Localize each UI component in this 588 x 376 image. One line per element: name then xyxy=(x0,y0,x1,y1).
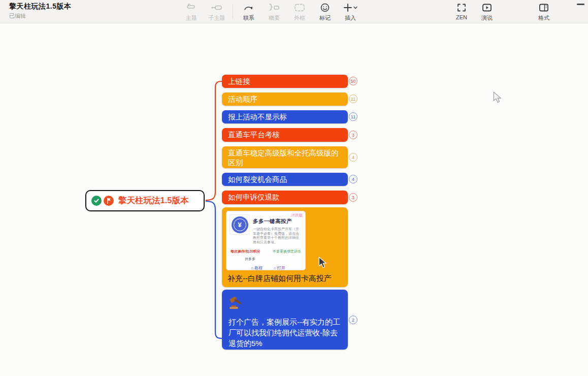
version-tag: 计次版 xyxy=(291,213,303,218)
tool-topic-label: 主题 xyxy=(186,14,197,22)
topic-label: 如何裂变机会商品 xyxy=(228,175,287,184)
badge-count: 4 xyxy=(352,177,354,182)
badge-count: 3 xyxy=(352,133,354,138)
topic-node-7[interactable]: 如何申诉仅退款 xyxy=(222,191,348,204)
topic-label: 活动顺序 xyxy=(228,95,257,104)
topic-node-6[interactable]: 如何裂变机会商品 xyxy=(222,173,348,186)
window-minimize-dash[interactable] xyxy=(577,4,584,5)
open-button[interactable]: ⌂打开 xyxy=(274,265,285,271)
badge-count: 4 xyxy=(352,155,354,160)
tool-insert[interactable]: 插入 xyxy=(338,2,363,22)
toolbar-separator xyxy=(233,4,233,19)
document-info: 擎天柱玩法1.5版本 已编辑 xyxy=(9,2,71,20)
flag-marker-icon[interactable] xyxy=(104,196,114,206)
tool-format[interactable]: 格式 xyxy=(531,2,557,22)
topic-node-9-note[interactable]: 打个广告，案例展示--有实力的工厂可以找我们纯佣代运营收-除去退货的5% xyxy=(222,290,348,350)
summary-icon xyxy=(268,2,281,14)
embed-platform: 拼多多 xyxy=(245,257,302,262)
toolbar-center-group: 主题 子主题 联系 概要 xyxy=(179,2,363,22)
tool-format-label: 格式 xyxy=(538,14,549,22)
tool-present-label: 演说 xyxy=(481,14,493,22)
topic-label: 如何申诉仅退款 xyxy=(228,193,280,202)
toolbar: 擎天柱玩法1.5版本 已编辑 主题 子主题 联系 xyxy=(0,0,588,23)
card-caption: 补充--白牌店铺如何用卡高投产 xyxy=(227,274,332,284)
embed-description: 一键自动化卡高投产开车（开车老手必看）免费版，请点击教程查看第十个教程的详细使用… xyxy=(253,227,302,244)
tool-topic[interactable]: 主题 xyxy=(179,2,204,22)
topic-label: 直通车稳定高级版和全托高级版的区别 xyxy=(228,148,342,167)
topic-badge-9[interactable]: 2 xyxy=(349,316,357,324)
topic-badge-6[interactable]: 4 xyxy=(349,175,357,183)
tool-app-icon: ¥ xyxy=(230,214,250,235)
topic-node-8-card[interactable]: 计次版 ¥ 多多一键高投产 一键自动化卡高投产开车（开车老手必看）免费版，请点击… xyxy=(222,207,348,287)
embed-note-green: 不要更换绑定训练 xyxy=(273,249,301,254)
mindmap-canvas[interactable]: 擎天柱玩法1.5版本 上链接 活动顺序 报上活动不显示标 直通车平台考核 直通车… xyxy=(0,24,588,376)
tool-relationship-label: 联系 xyxy=(243,14,254,22)
embed-note-red: 每次操作/扣20积分 xyxy=(231,249,260,254)
topic-node-2[interactable]: 活动顺序 xyxy=(222,92,348,106)
topic-node-3[interactable]: 报上活动不显示标 xyxy=(222,110,348,123)
badge-count: 11 xyxy=(351,97,355,102)
note-text: 打个广告，案例展示--有实力的工厂可以找我们纯佣代运营收-除去退货的5% xyxy=(228,317,342,349)
topic-badge-4[interactable]: 3 xyxy=(349,131,357,139)
tool-zen-label: ZEN xyxy=(456,14,467,20)
branch-lower-blue xyxy=(206,201,222,338)
badge-count: 11 xyxy=(351,114,355,119)
topic-icon xyxy=(185,2,198,14)
badge-count: 3 xyxy=(352,195,354,200)
tool-boundary[interactable]: 外框 xyxy=(287,2,312,22)
insert-icon xyxy=(343,2,358,14)
embed-title: 多多一键高投产 xyxy=(253,218,302,225)
present-icon xyxy=(481,2,493,14)
tool-summary[interactable]: 概要 xyxy=(262,2,287,22)
tool-marker-label: 标记 xyxy=(319,14,331,22)
subtopic-icon xyxy=(210,2,223,14)
badge-count: 2 xyxy=(352,318,354,323)
tool-zen[interactable]: ZEN xyxy=(449,2,474,20)
tool-present[interactable]: 演说 xyxy=(474,2,500,22)
tool-subtopic-label: 子主题 xyxy=(209,14,225,22)
marker-icon xyxy=(319,2,331,14)
zen-icon xyxy=(455,2,468,14)
document-status: 已编辑 xyxy=(9,12,71,20)
topic-badge-3[interactable]: 11 xyxy=(349,112,357,121)
secondary-cursor xyxy=(493,91,502,106)
task-done-marker-icon[interactable] xyxy=(91,196,102,206)
embedded-screenshot: 计次版 ¥ 多多一键高投产 一键自动化卡高投产开车（开车老手必看）免费版，请点击… xyxy=(226,211,306,270)
badge-count: 50 xyxy=(350,79,355,84)
branch-upper-red xyxy=(206,81,222,200)
root-node[interactable]: 擎天柱玩法1.5版本 xyxy=(85,190,205,211)
tool-relationship[interactable]: 联系 xyxy=(236,2,262,22)
topic-node-1[interactable]: 上链接 xyxy=(222,75,348,88)
topic-badge-2[interactable]: 11 xyxy=(349,95,357,103)
app-window: 擎天柱玩法1.5版本 已编辑 主题 子主题 联系 xyxy=(0,0,588,376)
home-icon: ⌂ xyxy=(251,266,253,270)
tool-marker[interactable]: 标记 xyxy=(312,2,338,22)
tool-summary-label: 概要 xyxy=(269,14,280,22)
tool-subtopic[interactable]: 子主题 xyxy=(204,2,230,22)
topic-badge-5[interactable]: 4 xyxy=(349,153,357,162)
topic-badge-1[interactable]: 50 xyxy=(349,77,357,85)
topic-label: 上链接 xyxy=(228,77,250,86)
topic-badge-7[interactable]: 3 xyxy=(349,193,357,202)
root-topic-label: 擎天柱玩法1.5版本 xyxy=(118,195,188,206)
boundary-icon xyxy=(293,2,306,14)
format-icon xyxy=(538,2,550,14)
topic-label: 报上活动不显示标 xyxy=(228,112,287,122)
toolbar-right-group: ZEN 演说 格式 xyxy=(449,2,557,22)
tutorial-button[interactable]: ⌂教程 xyxy=(251,265,263,271)
topic-node-4[interactable]: 直通车平台考核 xyxy=(222,128,348,142)
relationship-icon xyxy=(243,2,255,14)
gavel-icon xyxy=(228,304,245,312)
tool-boundary-label: 外框 xyxy=(294,14,305,22)
topic-node-5[interactable]: 直通车稳定高级版和全托高级版的区别 xyxy=(222,146,348,168)
home-icon: ⌂ xyxy=(274,266,276,270)
document-title: 擎天柱玩法1.5版本 xyxy=(9,2,71,11)
topic-label: 直通车平台考核 xyxy=(228,130,280,140)
tool-insert-label: 插入 xyxy=(345,14,356,22)
